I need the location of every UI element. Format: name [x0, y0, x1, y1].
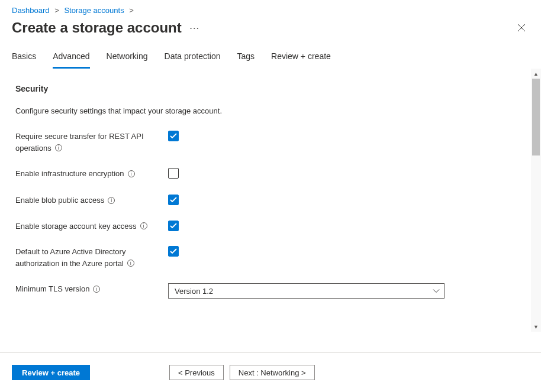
info-icon[interactable]: i [93, 286, 100, 293]
select-tls-version[interactable]: Version 1.2 [168, 283, 445, 299]
chevron-right-icon: > [129, 6, 134, 15]
checkmark-icon [170, 197, 177, 203]
info-icon[interactable]: i [127, 260, 134, 267]
label-tls-version: Minimum TLS versioni [15, 283, 168, 295]
scrollbar-thumb[interactable] [532, 79, 540, 155]
info-icon[interactable]: i [140, 222, 147, 229]
scroll-down-icon[interactable]: ▼ [531, 322, 541, 332]
checkmark-icon [170, 223, 177, 229]
more-icon[interactable]: ··· [190, 24, 200, 32]
checkmark-icon [170, 133, 177, 139]
review-create-button[interactable]: Review + create [12, 365, 90, 380]
checkbox-key-access[interactable] [168, 221, 179, 231]
info-icon[interactable]: i [128, 170, 135, 177]
footer: Review + create < Previous Next : Networ… [0, 352, 541, 392]
label-key-access: Enable storage account key accessi [15, 221, 168, 232]
tab-data-protection[interactable]: Data protection [165, 48, 221, 69]
tab-tags[interactable]: Tags [237, 48, 255, 69]
tab-basics[interactable]: Basics [12, 48, 36, 69]
label-blob-public: Enable blob public accessi [15, 195, 168, 206]
section-description: Configure security settings that impact … [15, 106, 526, 115]
scrollbar[interactable]: ▲ ▼ [531, 69, 541, 332]
scroll-up-icon[interactable]: ▲ [531, 69, 541, 79]
info-icon[interactable]: i [55, 144, 62, 151]
chevron-right-icon: > [54, 6, 59, 15]
checkbox-blob-public[interactable] [168, 195, 179, 205]
tabs: Basics Advanced Networking Data protecti… [0, 48, 541, 69]
previous-button[interactable]: < Previous [169, 365, 224, 380]
checkbox-infra-encryption[interactable] [168, 168, 179, 179]
close-button[interactable] [514, 20, 529, 35]
label-infra-encryption: Enable infrastructure encryptioni [15, 168, 168, 180]
checkmark-icon [170, 248, 177, 254]
section-title-security: Security [15, 84, 526, 93]
tab-review-create[interactable]: Review + create [271, 48, 331, 69]
breadcrumb-link-dashboard[interactable]: Dashboard [12, 6, 50, 15]
breadcrumb: Dashboard > Storage accounts > [0, 0, 541, 17]
tab-advanced[interactable]: Advanced [53, 48, 89, 69]
next-button[interactable]: Next : Networking > [230, 365, 315, 380]
checkbox-secure-transfer[interactable] [168, 131, 179, 141]
label-aad-default: Default to Azure Active Directory author… [15, 246, 168, 269]
tab-networking[interactable]: Networking [107, 48, 148, 69]
content-pane: Security Configure security settings tha… [0, 69, 541, 332]
checkbox-aad-default[interactable] [168, 246, 179, 257]
page-title: Create a storage account ··· [12, 20, 200, 36]
close-icon [517, 24, 526, 32]
info-icon[interactable]: i [108, 197, 115, 204]
breadcrumb-link-storage-accounts[interactable]: Storage accounts [64, 6, 124, 15]
label-secure-transfer: Require secure transfer for REST API ope… [15, 131, 168, 154]
